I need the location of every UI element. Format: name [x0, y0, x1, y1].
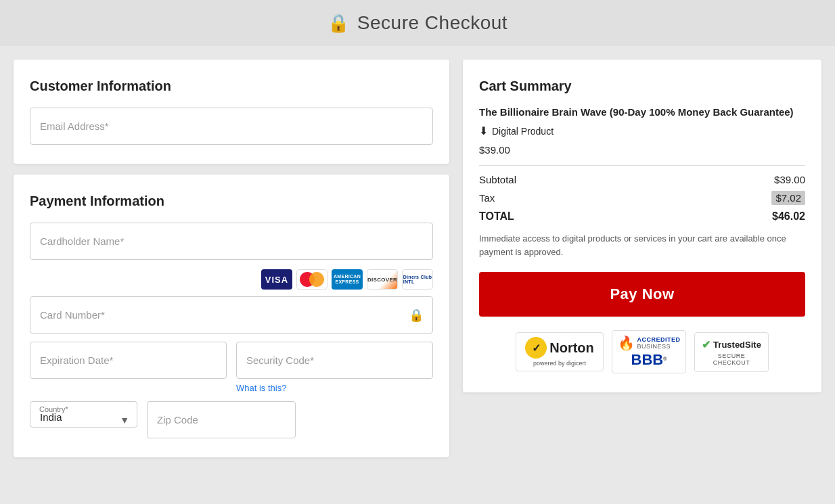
- expiration-wrapper: [30, 342, 227, 393]
- cart-title: Cart Summary: [479, 78, 805, 94]
- digital-product-badge: ⬇ Digital Product: [479, 124, 805, 137]
- tax-row: Tax $7.02: [479, 191, 805, 205]
- card-number-wrapper: 🔒: [30, 296, 433, 334]
- cart-divider: [479, 165, 805, 166]
- exp-security-row: What is this?: [30, 342, 433, 393]
- diners-icon: Diners ClubINTL: [402, 269, 433, 290]
- cart-summary-card: Cart Summary The Billionaire Brain Wave …: [463, 60, 821, 392]
- trusted-check-icon: ✔: [702, 338, 710, 351]
- trust-badges: ✓ Norton powered by digicert 🔥 ACCREDITE…: [479, 330, 805, 373]
- product-type-label: Digital Product: [492, 126, 554, 137]
- trustedsite-badge: ✔ TrustedSite SECURE CHECKOUT: [694, 332, 769, 372]
- zip-code-input[interactable]: [147, 401, 296, 438]
- discover-icon: DISCOVER: [367, 269, 398, 290]
- trusted-name: TrustedSite: [713, 340, 761, 350]
- trusted-sub: SECURE CHECKOUT: [702, 352, 761, 366]
- right-panel: Cart Summary The Billionaire Brain Wave …: [463, 60, 821, 457]
- total-row: TOTAL $46.02: [479, 210, 805, 223]
- bbb-letters: BBB®: [631, 351, 667, 369]
- country-zip-row: Country* India United States United King…: [30, 401, 433, 438]
- security-code-help-link[interactable]: What is this?: [236, 383, 433, 393]
- card-brands-row: VISA AMERICANEXPRESS DISCOVER Diners Clu…: [30, 269, 433, 290]
- norton-sub: powered by digicert: [533, 360, 586, 367]
- main-content: Customer Information Payment Information…: [0, 46, 835, 471]
- product-name: The Billionaire Brain Wave (90-Day 100% …: [479, 105, 805, 119]
- norton-name: Norton: [549, 340, 594, 356]
- tax-label: Tax: [479, 192, 495, 204]
- download-icon: ⬇: [479, 124, 488, 137]
- customer-information-card: Customer Information: [14, 60, 449, 164]
- total-value: $46.02: [772, 210, 805, 223]
- pay-now-button[interactable]: Pay Now: [479, 272, 805, 317]
- left-panel: Customer Information Payment Information…: [14, 60, 449, 457]
- country-wrapper: Country* India United States United King…: [30, 401, 137, 438]
- bbb-accredited-label: ACCREDITED: [637, 336, 681, 343]
- security-code-input[interactable]: [236, 342, 433, 379]
- payment-section-title: Payment Information: [30, 193, 433, 209]
- norton-top: ✓ Norton: [525, 337, 594, 359]
- trusted-top: ✔ TrustedSite: [702, 338, 761, 351]
- bbb-business-label: BUSINESS: [637, 343, 681, 350]
- bbb-flame-icon: 🔥: [618, 335, 635, 351]
- email-input[interactable]: [30, 108, 433, 145]
- tax-value: $7.02: [771, 191, 805, 205]
- security-code-wrapper: What is this?: [236, 342, 433, 393]
- visa-icon: VISA: [261, 269, 292, 290]
- access-note: Immediate access to digital products or …: [479, 232, 805, 258]
- card-number-input[interactable]: [30, 296, 433, 334]
- header-title: Secure Checkout: [357, 12, 507, 34]
- zip-wrapper: [147, 401, 296, 438]
- customer-section-title: Customer Information: [30, 78, 433, 94]
- norton-badge: ✓ Norton powered by digicert: [516, 332, 604, 371]
- lock-icon: 🔒: [328, 13, 349, 34]
- country-label: Country*: [39, 405, 68, 413]
- mastercard-icon: [296, 269, 328, 290]
- cardholder-name-input[interactable]: [30, 223, 433, 260]
- expiration-input[interactable]: [30, 342, 227, 379]
- product-price: $39.00: [479, 144, 805, 156]
- subtotal-row: Subtotal $39.00: [479, 174, 805, 185]
- bbb-badge: 🔥 ACCREDITED BUSINESS BBB®: [612, 330, 686, 373]
- card-lock-icon: 🔒: [409, 308, 424, 323]
- amex-icon: AMERICANEXPRESS: [332, 269, 363, 290]
- checkout-header: 🔒 Secure Checkout: [0, 0, 835, 46]
- norton-checkmark-icon: ✓: [525, 337, 547, 359]
- payment-information-card: Payment Information VISA AMERICANEXPRESS…: [14, 175, 449, 457]
- bbb-text-block: ACCREDITED BUSINESS: [637, 336, 681, 350]
- bbb-logo: 🔥 ACCREDITED BUSINESS: [618, 335, 681, 351]
- total-label: TOTAL: [479, 210, 514, 223]
- subtotal-value: $39.00: [774, 174, 805, 185]
- subtotal-label: Subtotal: [479, 174, 516, 185]
